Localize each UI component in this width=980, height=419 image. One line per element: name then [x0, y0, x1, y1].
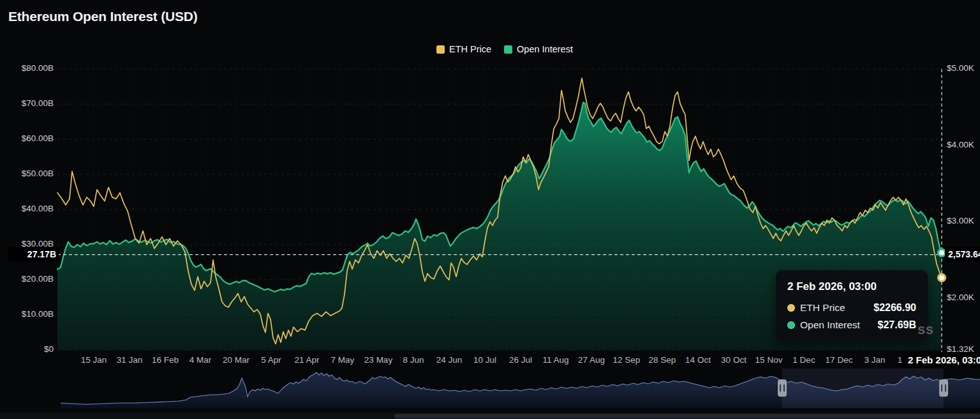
legend: ETH Price Open Interest — [436, 44, 573, 54]
tooltip: 2 Feb 2026, 03:00 ETH Price $2266.90 Ope… — [776, 270, 928, 341]
y-axis-right-label: $4.00K — [947, 140, 980, 149]
eth-price-swatch-icon — [436, 45, 445, 54]
open-interest-dot-icon — [787, 321, 795, 329]
scrollbar-thumb[interactable] — [394, 414, 980, 418]
legend-label: Open Interest — [517, 44, 573, 54]
y-axis-left-label: $70.00B — [0, 98, 54, 108]
tooltip-row-value: $2266.90 — [873, 302, 916, 314]
y-axis-left-label: $80.00B — [0, 63, 54, 73]
y-axis-left-label: $60.00B — [0, 133, 54, 143]
legend-item-open-interest[interactable]: Open Interest — [504, 44, 573, 54]
y-axis-right-label: $5.00K — [947, 63, 980, 73]
navigator-left-handle[interactable] — [778, 379, 787, 397]
tooltip-title: 2 Feb 2026, 03:00 — [787, 280, 916, 293]
tooltip-row-label: Open Interest — [800, 319, 873, 331]
y-axis-left-label: $0 — [0, 344, 54, 354]
y-axis-left-label: $50.00B — [0, 169, 54, 178]
legend-label: ETH Price — [449, 44, 491, 54]
navigator-selection[interactable] — [782, 369, 944, 408]
y-axis-right-label: $3.00K — [947, 216, 980, 225]
y-axis-left-label: $40.00B — [0, 204, 54, 213]
y-axis-left-label: $10.00B — [0, 309, 54, 319]
tooltip-row-eth-price: ETH Price $2266.90 — [787, 302, 916, 314]
y-axis-left-label: $20.00B — [0, 274, 54, 284]
navigator-right-handle[interactable] — [939, 379, 948, 397]
legend-item-eth-price[interactable]: ETH Price — [436, 44, 491, 54]
tooltip-row-open-interest: Open Interest $27.69B — [787, 319, 916, 331]
eth-price-marker-dot-icon — [939, 274, 946, 281]
y-axis-right-label: $2.00K — [947, 293, 980, 302]
crosshair-date-badge: 2 Feb 2026, 03:00 — [902, 352, 980, 368]
crosshair-left-value-badge: 27.17B — [8, 247, 59, 261]
watermark: ss — [917, 321, 933, 338]
tooltip-row-label: ETH Price — [800, 302, 868, 314]
chart-root: Ethereum Open Interest (USD) ETH Price O… — [0, 0, 980, 419]
crosshair-right-value-badge: 2,573.64 — [945, 247, 980, 261]
page-title: Ethereum Open Interest (USD) — [8, 9, 198, 24]
open-interest-marker-dot-icon — [939, 249, 946, 256]
eth-price-dot-icon — [787, 304, 795, 312]
open-interest-swatch-icon — [504, 45, 512, 54]
tooltip-row-value: $27.69B — [878, 319, 917, 331]
